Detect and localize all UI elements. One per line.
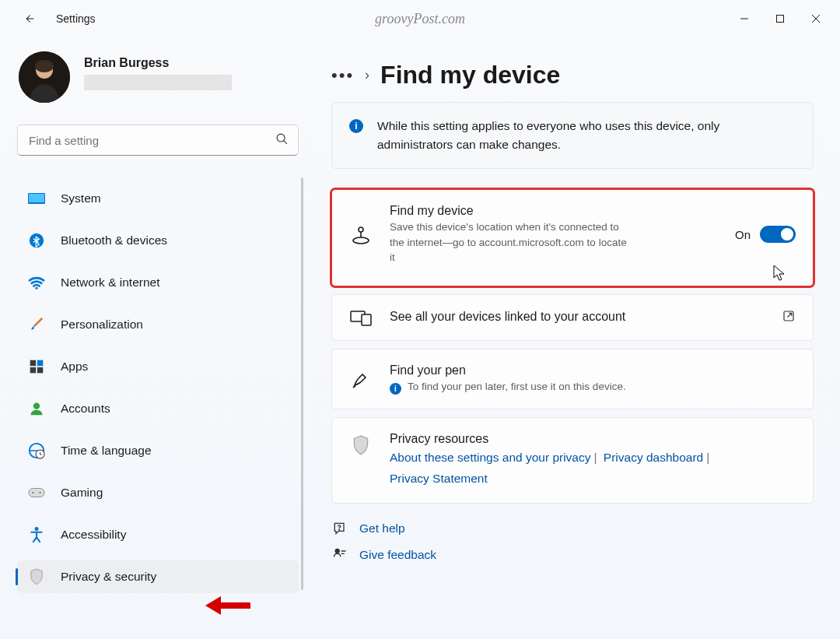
shield-icon xyxy=(28,568,45,585)
sidebar-item-network[interactable]: Network & internet xyxy=(17,266,299,299)
info-banner: i While this setting applies to everyone… xyxy=(331,102,814,169)
svg-point-20 xyxy=(35,527,39,531)
svg-point-21 xyxy=(359,227,363,232)
card-title: See all your devices linked to your acco… xyxy=(390,310,765,324)
avatar xyxy=(19,51,70,103)
svg-rect-7 xyxy=(29,194,44,202)
help-icon xyxy=(331,521,348,536)
svg-point-14 xyxy=(33,403,40,409)
sidebar-item-label: Personalization xyxy=(61,318,143,332)
open-external-icon xyxy=(782,309,796,325)
card-title: Find my device xyxy=(390,204,718,218)
person-icon xyxy=(28,400,45,417)
sidebar-item-label: Privacy & security xyxy=(61,570,156,584)
gamepad-icon xyxy=(28,484,45,501)
card-title: Find your pen xyxy=(390,363,796,377)
sidebar-item-apps[interactable]: Apps xyxy=(17,350,299,383)
svg-rect-24 xyxy=(362,314,371,325)
back-button[interactable] xyxy=(17,6,42,31)
link-label: Get help xyxy=(359,521,405,535)
devices-icon xyxy=(349,309,373,326)
svg-point-18 xyxy=(32,492,33,493)
linked-devices-card[interactable]: See all your devices linked to your acco… xyxy=(331,294,814,341)
svg-point-19 xyxy=(39,492,40,493)
svg-rect-12 xyxy=(30,367,37,374)
breadcrumb: ••• › Find my device xyxy=(331,61,814,90)
nav-list: System Bluetooth & devices Network & int… xyxy=(16,177,303,598)
svg-rect-11 xyxy=(37,360,44,367)
sidebar-item-accessibility[interactable]: Accessibility xyxy=(17,518,299,551)
account-email-redacted xyxy=(84,75,232,90)
sidebar-item-label: Bluetooth & devices xyxy=(61,233,167,248)
sidebar-item-label: Network & internet xyxy=(61,276,160,290)
link-label: Give feedback xyxy=(359,548,436,562)
clock-globe-icon xyxy=(28,442,45,459)
sidebar: Brian Burgess System Bluetooth & devices xyxy=(0,37,311,639)
svg-point-9 xyxy=(35,287,37,290)
breadcrumb-more-icon[interactable]: ••• xyxy=(331,65,354,86)
card-subtitle: Save this device's location when it's co… xyxy=(390,219,631,265)
privacy-resources-card: Privacy resources About these settings a… xyxy=(331,417,814,504)
system-icon xyxy=(28,190,45,207)
footer-links: Get help Give feedback xyxy=(331,521,814,563)
svg-rect-17 xyxy=(29,489,44,497)
svg-point-22 xyxy=(353,237,369,244)
sidebar-item-label: Accounts xyxy=(61,402,110,416)
sidebar-item-label: System xyxy=(61,191,101,205)
content-area: ••• › Find my device i While this settin… xyxy=(311,37,840,639)
card-title: Privacy resources xyxy=(390,432,796,446)
svg-rect-1 xyxy=(777,16,784,23)
close-button[interactable] xyxy=(798,6,834,31)
pen-icon xyxy=(349,369,373,389)
feedback-icon xyxy=(331,547,348,563)
brush-icon xyxy=(28,316,45,333)
maximize-button[interactable] xyxy=(762,6,798,31)
search-box[interactable] xyxy=(17,125,299,156)
settings-window: Settings groovyPost.com Brian Burgess xyxy=(0,0,840,639)
sidebar-item-label: Accessibility xyxy=(61,528,126,542)
page-title: Find my device xyxy=(380,61,560,90)
sidebar-item-system[interactable]: System xyxy=(17,182,299,215)
sidebar-item-time[interactable]: Time & language xyxy=(17,434,299,467)
nav-scrollbar[interactable] xyxy=(301,177,303,590)
privacy-dashboard-link[interactable]: Privacy dashboard xyxy=(604,451,703,464)
minimize-button[interactable] xyxy=(726,6,762,31)
search-icon xyxy=(275,132,289,148)
window-controls xyxy=(726,6,834,31)
sidebar-item-label: Apps xyxy=(61,360,88,374)
sidebar-item-label: Gaming xyxy=(61,486,103,500)
svg-point-4 xyxy=(35,60,54,72)
card-subtitle: iTo find your pen later, first use it on… xyxy=(390,379,796,395)
location-pin-icon xyxy=(349,223,373,245)
privacy-links: About these settings and your privacy| P… xyxy=(390,448,796,489)
find-my-device-toggle[interactable] xyxy=(760,226,796,243)
toggle-state-label: On xyxy=(735,228,751,241)
find-pen-card[interactable]: Find your pen iTo find your pen later, f… xyxy=(331,349,814,410)
privacy-statement-link[interactable]: Privacy Statement xyxy=(390,472,488,485)
svg-rect-13 xyxy=(37,367,44,374)
sidebar-item-gaming[interactable]: Gaming xyxy=(17,476,299,509)
account-block[interactable]: Brian Burgess xyxy=(19,51,303,103)
title-bar: Settings groovyPost.com xyxy=(0,0,840,37)
search-input[interactable] xyxy=(29,134,275,147)
sidebar-item-bluetooth[interactable]: Bluetooth & devices xyxy=(17,224,299,257)
svg-point-26 xyxy=(339,529,340,530)
shield-icon xyxy=(349,435,373,455)
get-help-link[interactable]: Get help xyxy=(331,521,814,536)
give-feedback-link[interactable]: Give feedback xyxy=(331,547,814,563)
account-name: Brian Burgess xyxy=(84,56,232,70)
sidebar-item-personalization[interactable]: Personalization xyxy=(17,308,299,341)
app-title: Settings xyxy=(56,12,96,25)
info-banner-text: While this setting applies to everyone w… xyxy=(377,117,796,154)
chevron-right-icon: › xyxy=(365,67,369,83)
info-icon: i xyxy=(390,383,401,395)
sidebar-item-privacy[interactable]: Privacy & security xyxy=(17,560,299,593)
sidebar-item-accounts[interactable]: Accounts xyxy=(17,392,299,425)
accessibility-icon xyxy=(28,526,45,543)
watermark-text: groovyPost.com xyxy=(375,11,465,27)
bluetooth-icon xyxy=(28,232,45,249)
apps-icon xyxy=(28,358,45,375)
sidebar-item-label: Time & language xyxy=(61,444,152,458)
about-settings-link[interactable]: About these settings and your privacy xyxy=(390,451,590,464)
wifi-icon xyxy=(28,274,45,291)
